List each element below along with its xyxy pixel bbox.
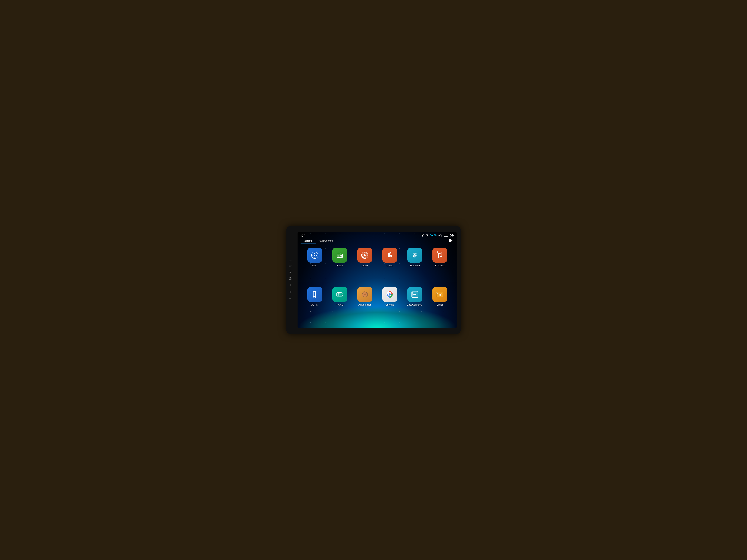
screen-content: 00:00 [298,232,457,328]
svg-point-39 [315,291,316,292]
apk-label: ApkInstaller [359,303,371,306]
screen: 00:00 [298,232,457,328]
tabs-bar: APPS WIDGETS [298,238,457,244]
apk-icon [357,287,372,302]
power-button[interactable] [289,270,292,273]
video-label: Video [362,264,368,267]
svg-rect-45 [364,294,366,295]
app-fcam[interactable]: F-CAM [328,287,351,324]
brightness-icon[interactable] [438,234,442,237]
top-bar-right: 00:00 [421,234,454,237]
svg-point-48 [389,293,391,296]
app-grid: Navi [298,244,457,328]
svg-text:◁-: ◁- [289,297,291,299]
top-bar: 00:00 [298,232,457,238]
btmusic-icon [432,248,447,263]
app-navi[interactable]: Navi [303,248,326,285]
svg-text:◁+: ◁+ [289,291,292,293]
chrome-icon [382,287,397,302]
svg-point-15 [314,255,315,256]
avin-icon [307,287,322,302]
navi-icon [307,248,322,263]
svg-line-7 [439,234,439,235]
svg-rect-32 [438,253,439,257]
volume-up-button[interactable]: ◁+ [289,290,292,294]
svg-rect-11 [444,234,448,237]
app-apkinstaller[interactable]: ApkInstaller [353,287,376,324]
app-btmusic[interactable]: BT Music [428,248,451,285]
music-icon [382,248,397,263]
chrome-label: Chrome [385,303,394,306]
back-arrow-icon[interactable] [450,234,454,237]
svg-point-22 [341,256,342,256]
app-email[interactable]: Email [428,287,451,324]
email-label: Email [437,303,443,306]
radio-icon [332,248,347,263]
navi-label: Navi [312,264,317,267]
svg-line-10 [439,236,439,237]
svg-rect-27 [388,253,389,257]
svg-point-36 [313,291,315,292]
svg-rect-41 [314,297,316,297]
home-icon[interactable] [301,233,306,237]
svg-rect-35 [313,292,314,297]
bluetooth-label: Bluetooth [410,264,420,267]
screen-mirror-icon[interactable] [444,234,448,237]
easyconnect-label: EasyConnect.. [407,303,422,306]
svg-rect-38 [315,292,316,297]
radio-label: Radio [337,264,343,267]
btmusic-label: BT Music [435,264,445,267]
side-buttons: MIC RST ◁+ ◁- [289,260,292,300]
rst-button[interactable]: RST [289,265,292,267]
location-icon [421,234,424,237]
svg-point-53 [439,294,440,295]
time-display: 00:00 [430,234,437,237]
easyconnect-icon [407,287,422,302]
fcam-icon [332,287,347,302]
app-bluetooth[interactable]: Bluetooth [403,248,426,285]
bluetooth-status-icon [426,234,428,237]
tab-widgets[interactable]: WIDGETS [316,238,337,244]
svg-point-2 [439,235,441,236]
app-avin[interactable]: AV_IN [303,287,326,324]
fcam-label: F-CAM [336,303,343,306]
app-music[interactable]: Music [378,248,401,285]
email-icon [432,287,447,302]
app-chrome[interactable]: Chrome [378,287,401,324]
app-video[interactable]: Video [353,248,376,285]
svg-line-16 [340,252,341,254]
volume-down-button[interactable]: ◁- [289,297,292,300]
svg-line-8 [441,236,441,237]
home-side-button[interactable] [289,277,292,280]
top-bar-left [301,233,306,237]
video-icon [357,248,372,263]
music-label: Music [387,264,393,267]
device-frame: MIC RST ◁+ ◁- [286,226,461,334]
tab-apps[interactable]: APPS [301,238,316,244]
play-store-button[interactable] [449,239,454,243]
back-side-button[interactable] [289,284,292,287]
svg-line-9 [441,234,441,235]
app-radio[interactable]: Radio [328,248,351,285]
bluetooth-icon [407,248,422,263]
app-easyconnect[interactable]: EasyConnect.. [403,287,426,324]
avin-label: AV_IN [311,303,318,306]
mic-label: MIC [289,260,292,262]
svg-point-44 [338,294,339,295]
